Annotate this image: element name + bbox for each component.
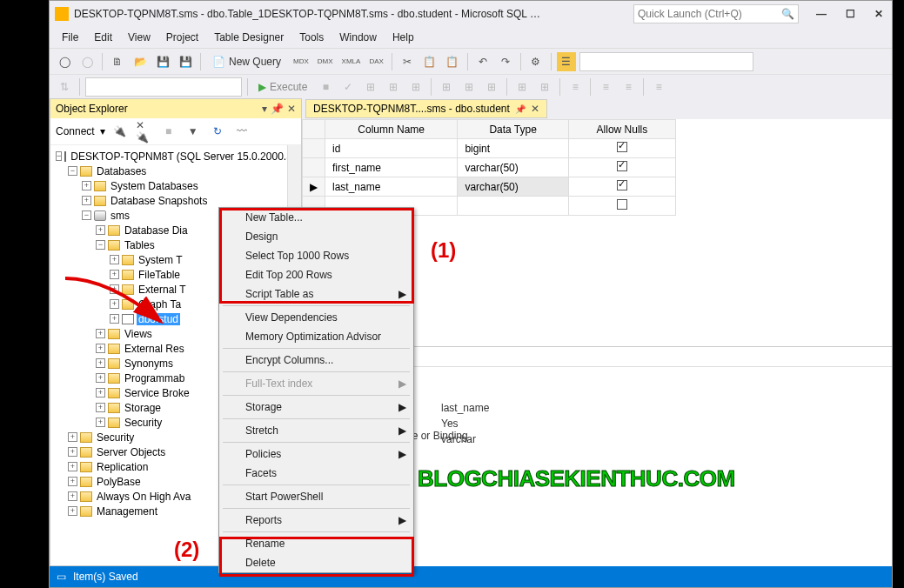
- ctx-encrypt[interactable]: Encrypt Columns...: [219, 351, 413, 370]
- cut-button[interactable]: ✂: [398, 52, 417, 71]
- tool-dmx[interactable]: DMX: [315, 52, 336, 71]
- t2-k[interactable]: ≡: [596, 77, 615, 97]
- column-grid[interactable]: Column Name Data Type Allow Nulls id big…: [302, 119, 676, 216]
- new-button[interactable]: 🗎: [108, 52, 127, 71]
- minimize-button[interactable]: —: [813, 6, 830, 22]
- tool-xmla[interactable]: XMLA: [339, 52, 364, 71]
- tool-x[interactable]: ⚙: [526, 52, 546, 71]
- menu-edit[interactable]: Edit: [87, 29, 119, 46]
- tab-close-icon[interactable]: ✕: [531, 103, 539, 115]
- ctx-view-deps[interactable]: View Dependencies: [219, 308, 413, 327]
- ctx-script-as[interactable]: Script Table as▶: [219, 284, 413, 304]
- quick-launch-input[interactable]: [638, 8, 781, 20]
- ctx-rename[interactable]: Rename: [219, 534, 413, 553]
- node-sysdb[interactable]: +System Databases: [50, 178, 287, 193]
- quick-launch[interactable]: 🔍: [633, 4, 799, 23]
- oe-stop-icon[interactable]: ■: [159, 122, 178, 141]
- parse-button[interactable]: ✓: [338, 77, 358, 97]
- t2-d[interactable]: ⊞: [406, 77, 425, 97]
- ctx-storage[interactable]: Storage▶: [219, 398, 413, 417]
- newquery-icon: 📄: [212, 56, 225, 68]
- t2-g[interactable]: ⊞: [482, 77, 501, 97]
- col-header-type[interactable]: Data Type: [458, 120, 568, 139]
- t2-b[interactable]: ⊞: [361, 77, 380, 97]
- db-dropdown[interactable]: [85, 77, 242, 97]
- execute-button[interactable]: ▶ Execute: [253, 81, 312, 93]
- menubar: File Edit View Project Table Designer To…: [50, 27, 892, 48]
- body: Object Explorer ▾ 📌 ✕ Connect ▾ 🔌 ✕🔌 ■ ▼…: [50, 98, 892, 566]
- col-header-nulls[interactable]: Allow Nulls: [568, 120, 675, 139]
- oe-plug-icon[interactable]: 🔌: [110, 122, 130, 141]
- toolbar-dropdown[interactable]: [579, 52, 753, 71]
- oe-dropdown-icon[interactable]: ▾: [262, 103, 267, 115]
- tool-dax[interactable]: DAX: [366, 52, 385, 71]
- oe-disconnect-icon[interactable]: ✕🔌: [135, 122, 154, 141]
- ctx-stretch[interactable]: Stretch▶: [219, 421, 413, 440]
- table-row[interactable]: ▶ last_name varchar(50): [303, 177, 676, 197]
- node-snapshots[interactable]: +Database Snapshots: [50, 193, 287, 208]
- t2-a[interactable]: ⇅: [55, 77, 74, 97]
- menu-view[interactable]: View: [121, 29, 157, 46]
- table-row[interactable]: first_name varchar(50): [303, 158, 676, 177]
- col-header-name[interactable]: Column Name: [325, 120, 458, 139]
- oe-connect-dd[interactable]: ▾: [100, 125, 105, 137]
- nav-back-button[interactable]: ◯: [55, 52, 74, 71]
- save-button[interactable]: 💾: [153, 52, 172, 71]
- ctx-select-top[interactable]: Select Top 1000 Rows: [219, 246, 413, 265]
- chevron-right-icon: ▶: [398, 514, 406, 526]
- ctx-powershell[interactable]: Start PowerShell: [219, 487, 413, 506]
- new-query-button[interactable]: 📄 New Query: [206, 52, 287, 71]
- t2-l[interactable]: ≡: [619, 77, 638, 97]
- t2-e[interactable]: ⊞: [437, 77, 456, 97]
- oe-refresh-icon[interactable]: ↻: [208, 122, 227, 141]
- table-row[interactable]: id bigint: [303, 139, 676, 158]
- copy-button[interactable]: 📋: [420, 52, 439, 71]
- ctx-facets[interactable]: Facets: [219, 464, 413, 483]
- tool-y[interactable]: ☰: [557, 52, 576, 71]
- close-button[interactable]: ✕: [871, 6, 887, 22]
- oe-pin-icon[interactable]: 📌: [271, 103, 284, 115]
- checkbox-icon: [617, 180, 627, 190]
- t2-i[interactable]: ⊞: [535, 77, 554, 97]
- oe-connect[interactable]: Connect: [56, 125, 95, 137]
- ctx-reports[interactable]: Reports▶: [219, 511, 413, 530]
- t2-f[interactable]: ⊞: [459, 77, 479, 97]
- menu-help[interactable]: Help: [385, 29, 421, 46]
- undo-button[interactable]: ↶: [473, 52, 492, 71]
- annotation-2: (2): [174, 538, 199, 562]
- stop-button[interactable]: ■: [316, 77, 335, 97]
- oe-close-icon[interactable]: ✕: [287, 103, 296, 115]
- ctx-edit-top[interactable]: Edit Top 200 Rows: [219, 265, 413, 284]
- menu-window[interactable]: Window: [332, 29, 384, 46]
- t2-h[interactable]: ⊞: [512, 77, 532, 97]
- ctx-mem-opt[interactable]: Memory Optimization Advisor: [219, 327, 413, 346]
- oe-wave-icon[interactable]: 〰: [232, 122, 251, 141]
- prop-type: varchar: [441, 433, 892, 449]
- ctx-delete[interactable]: Delete: [219, 553, 413, 572]
- maximize-button[interactable]: ☐: [842, 6, 859, 22]
- t2-c[interactable]: ⊞: [384, 77, 403, 97]
- node-databases[interactable]: −Databases: [50, 164, 287, 178]
- nav-fwd-button[interactable]: ◯: [77, 52, 97, 71]
- ctx-new-table[interactable]: New Table...: [219, 208, 413, 227]
- saveall-button[interactable]: 💾: [176, 52, 195, 71]
- menu-tools[interactable]: Tools: [292, 29, 331, 46]
- open-button[interactable]: 📂: [131, 52, 150, 71]
- oe-filter-icon[interactable]: ▼: [184, 122, 203, 141]
- redo-button[interactable]: ↷: [496, 52, 515, 71]
- ctx-fulltext[interactable]: Full-Text index▶: [219, 374, 413, 393]
- t2-m[interactable]: ≡: [649, 77, 668, 97]
- ctx-design[interactable]: Design: [219, 227, 413, 246]
- window-controls: — ☐ ✕: [813, 6, 887, 22]
- chevron-right-icon: ▶: [398, 378, 406, 390]
- menu-file[interactable]: File: [55, 29, 85, 46]
- menu-project[interactable]: Project: [159, 29, 205, 46]
- tool-mdx[interactable]: MDX: [291, 52, 311, 71]
- paste-button[interactable]: 📋: [443, 52, 462, 71]
- t2-j[interactable]: ≡: [566, 77, 585, 97]
- ctx-policies[interactable]: Policies▶: [219, 444, 413, 464]
- active-tab[interactable]: DESKTOP-TQPNM8T....sms - dbo.student 📌 ✕: [305, 99, 547, 118]
- node-server[interactable]: −DESKTOP-TQPNM8T (SQL Server 15.0.2000.5: [50, 149, 287, 164]
- pin-icon[interactable]: 📌: [515, 104, 526, 114]
- menu-tabledesigner[interactable]: Table Designer: [207, 29, 291, 46]
